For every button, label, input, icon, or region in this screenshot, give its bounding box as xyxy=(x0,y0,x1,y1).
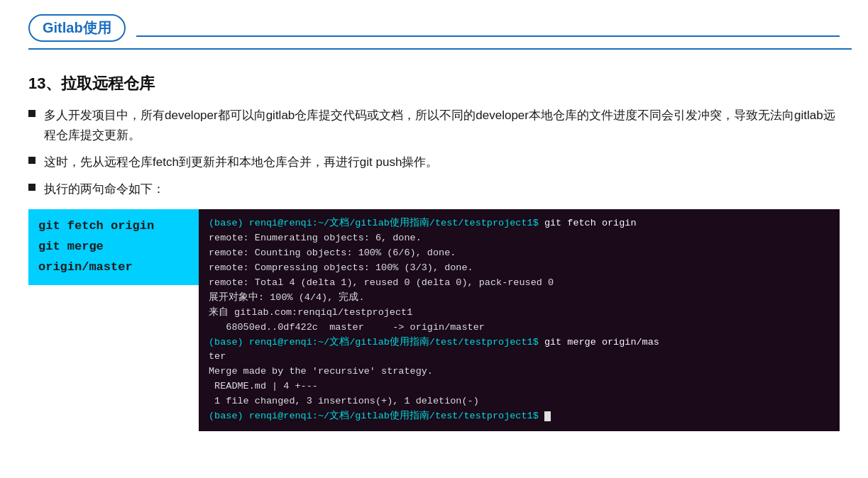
terminal-line: remote: Enumerating objects: 6, done. xyxy=(209,231,830,246)
terminal-line: remote: Compressing objects: 100% (3/3),… xyxy=(209,261,830,276)
code-highlight-box: git fetch origin git merge origin/master xyxy=(28,209,199,285)
header-line xyxy=(136,35,840,37)
list-item: 多人开发项目中，所有developer都可以向gitlab仓库提交代码或文档，所… xyxy=(28,106,840,145)
bullet-icon xyxy=(28,157,35,164)
section-heading: 13、拉取远程仓库 xyxy=(28,73,840,94)
terminal-line: ter xyxy=(209,350,830,365)
terminal-line: Merge made by the 'recursive' strategy. xyxy=(209,365,830,379)
header-row: Gitlab使用 xyxy=(28,14,840,57)
terminal-line: 1 file changed, 3 insertions(+), 1 delet… xyxy=(209,394,830,409)
page-container: Gitlab使用 13、拉取远程仓库 多人开发项目中，所有developer都可… xyxy=(0,0,868,478)
content-area: git fetch origin git merge origin/master… xyxy=(28,209,840,431)
title-badge: Gitlab使用 xyxy=(28,14,126,42)
terminal-line: (base) renqi@renqi:~/文档/gitlab使用指南/test/… xyxy=(209,216,830,231)
code-line-1: git fetch origin xyxy=(38,216,189,237)
terminal-line: (base) renqi@renqi:~/文档/gitlab使用指南/test/… xyxy=(209,409,830,424)
code-line-2: git merge origin/master xyxy=(38,237,189,278)
bullet-text-2: 这时，先从远程仓库fetch到更新并和本地仓库合并，再进行git push操作。 xyxy=(44,152,840,172)
bullet-icon xyxy=(28,184,35,191)
terminal-line: README.md | 4 +--- xyxy=(209,379,830,394)
terminal-line: (base) renqi@renqi:~/文档/gitlab使用指南/test/… xyxy=(209,335,830,350)
bullet-text-1: 多人开发项目中，所有developer都可以向gitlab仓库提交代码或文档，所… xyxy=(44,106,840,145)
terminal-block: (base) renqi@renqi:~/文档/gitlab使用指南/test/… xyxy=(199,209,840,431)
bullet-text-3: 执行的两句命令如下： xyxy=(44,179,840,199)
title-badge-text: Gitlab使用 xyxy=(43,18,111,38)
bullet-icon xyxy=(28,110,35,117)
terminal-line: 展开对象中: 100% (4/4), 完成. xyxy=(209,291,830,306)
list-item: 执行的两句命令如下： xyxy=(28,179,840,199)
terminal-line: 68050ed..0df422c master -> origin/master xyxy=(209,321,830,335)
bullet-list: 多人开发项目中，所有developer都可以向gitlab仓库提交代码或文档，所… xyxy=(28,106,840,199)
terminal-line: remote: Counting objects: 100% (6/6), do… xyxy=(209,246,830,261)
terminal-cursor xyxy=(544,411,551,421)
list-item: 这时，先从远程仓库fetch到更新并和本地仓库合并，再进行git push操作。 xyxy=(28,152,840,172)
terminal-line: remote: Total 4 (delta 1), reused 0 (del… xyxy=(209,276,830,291)
terminal-line: 来自 gitlab.com:renqiql/testproject1 xyxy=(209,306,830,321)
